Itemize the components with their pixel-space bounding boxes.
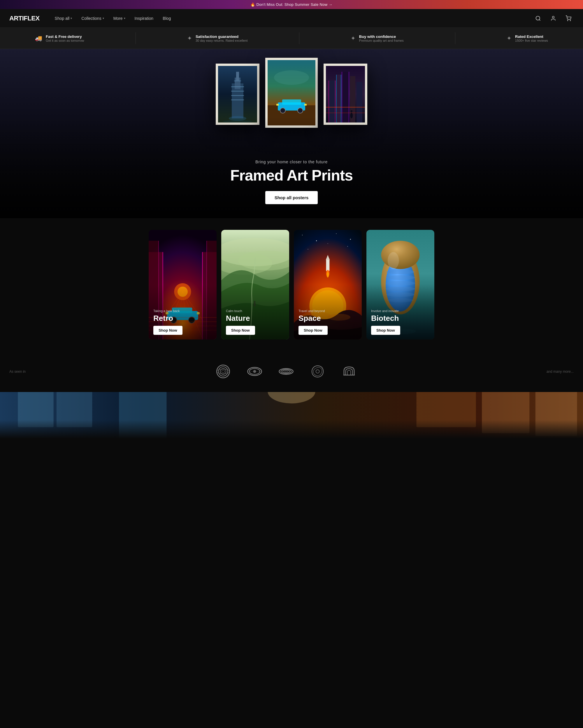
logo[interactable]: ARTIFLEX xyxy=(9,15,40,22)
nav-item-collections[interactable]: Collections ▾ xyxy=(78,14,107,23)
brand-logo-1 xyxy=(214,363,232,380)
hero-cta-button[interactable]: Shop all posters xyxy=(265,191,318,204)
benefit-divider-2 xyxy=(299,32,299,44)
nav-item-blog[interactable]: Blog xyxy=(159,14,174,23)
hero-title: Framed Art Prints xyxy=(230,166,353,184)
hero-section: Bring your home closer to the future Fra… xyxy=(0,49,583,218)
bottom-preview-overlay xyxy=(0,392,583,439)
svg-line-1 xyxy=(539,19,540,20)
benefit-confidence: ✦ Buy with confidence Premium quality ar… xyxy=(351,34,404,42)
collection-card-nature[interactable]: Calm touch Nature Shop Now xyxy=(221,230,289,339)
space-tag: Travel and beyond xyxy=(299,309,357,313)
benefit-rated-subtitle: 1500+ five star reviews xyxy=(515,39,548,42)
collections-section: Taking a look back Retro Shop Now xyxy=(0,218,583,351)
space-shop-now-button[interactable]: Shop Now xyxy=(299,326,328,335)
bottom-preview xyxy=(0,392,583,439)
svg-point-0 xyxy=(536,16,540,20)
nature-tag: Calm touch xyxy=(226,309,284,313)
benefit-delivery-subtitle: Get it as soon as tomorrow xyxy=(46,39,84,42)
retro-shop-now-button[interactable]: Shop Now xyxy=(153,326,183,335)
svg-point-105 xyxy=(222,370,224,373)
svg-point-2 xyxy=(552,16,554,18)
search-icon xyxy=(535,16,541,21)
nav-item-more[interactable]: More ▾ xyxy=(110,14,129,23)
benefit-satisfaction-subtitle: 30 day easy returns. Rated excellent xyxy=(196,39,248,42)
benefit-divider-3 xyxy=(455,32,455,44)
delivery-icon: 🚚 xyxy=(35,35,42,42)
logo-strip xyxy=(37,363,535,380)
account-button[interactable] xyxy=(548,13,558,24)
nav-links: Shop all ▾ Collections ▾ More ▾ Inspirat… xyxy=(51,14,533,23)
benefit-rated-title: Rated Excellent xyxy=(515,34,548,39)
cart-button[interactable] xyxy=(563,13,574,24)
nature-content: Calm touch Nature Shop Now xyxy=(221,305,289,339)
brand-logo-2 xyxy=(246,363,263,380)
svg-point-3 xyxy=(567,20,568,21)
retro-tag: Taking a look back xyxy=(153,309,212,313)
benefit-confidence-subtitle: Premium quality art and frames xyxy=(359,39,404,42)
hero-content: Bring your home closer to the future Fra… xyxy=(230,159,353,218)
biotech-shop-now-button[interactable]: Shop Now xyxy=(371,326,400,335)
confidence-icon: ✦ xyxy=(351,35,356,42)
nav-icons xyxy=(533,13,574,24)
chevron-down-icon: ▾ xyxy=(71,17,72,20)
space-content: Travel and beyond Space Shop Now xyxy=(294,305,362,339)
and-more-text: and many more... xyxy=(547,369,574,374)
satisfaction-icon: ✦ xyxy=(187,35,192,42)
announcement-text: 🔥 Don't Miss Out: Shop Summer Sale Now → xyxy=(250,2,332,7)
benefit-delivery: 🚚 Fast & Free delivery Get it as soon as… xyxy=(35,34,84,42)
space-title: Space xyxy=(299,314,357,323)
svg-point-115 xyxy=(316,370,319,373)
hero-subtitle: Bring your home closer to the future xyxy=(230,159,353,164)
svg-point-4 xyxy=(570,20,571,21)
biotech-tag: Involve and inovate xyxy=(371,309,430,313)
chevron-down-icon: ▾ xyxy=(103,17,104,20)
rated-icon: ✦ xyxy=(507,35,511,42)
collection-card-retro[interactable]: Taking a look back Retro Shop Now xyxy=(149,230,217,339)
benefit-satisfaction: ✦ Satisfaction guaranteed 30 day easy re… xyxy=(187,34,248,42)
nature-shop-now-button[interactable]: Shop Now xyxy=(226,326,255,335)
collections-grid: Taking a look back Retro Shop Now xyxy=(149,230,434,339)
brand-logo-3 xyxy=(277,363,295,380)
search-button[interactable] xyxy=(533,13,543,24)
collection-card-biotech[interactable]: Involve and inovate Biotech Shop Now xyxy=(366,230,434,339)
navbar: ARTIFLEX Shop all ▾ Collections ▾ More ▾… xyxy=(0,9,583,28)
announcement-bar: 🔥 Don't Miss Out: Shop Summer Sale Now → xyxy=(0,0,583,9)
benefit-confidence-title: Buy with confidence xyxy=(359,34,404,39)
nav-item-shop-all[interactable]: Shop all ▾ xyxy=(51,14,76,23)
svg-point-103 xyxy=(218,367,228,376)
benefit-rated: ✦ Rated Excellent 1500+ five star review… xyxy=(507,34,548,42)
retro-title: Retro xyxy=(153,314,212,323)
brand-logo-4 xyxy=(309,363,326,380)
nature-title: Nature xyxy=(226,314,284,323)
brand-logo-5 xyxy=(340,363,358,380)
user-icon xyxy=(550,16,556,21)
benefits-bar: 🚚 Fast & Free delivery Get it as soon as… xyxy=(0,28,583,49)
as-seen-in-label: As seen in xyxy=(9,369,26,374)
benefit-delivery-title: Fast & Free delivery xyxy=(46,34,84,39)
benefit-satisfaction-title: Satisfaction guaranteed xyxy=(196,34,248,39)
cart-icon xyxy=(565,16,571,21)
benefit-divider xyxy=(136,32,136,44)
nav-item-inspiration[interactable]: Inspiration xyxy=(131,14,157,23)
svg-point-113 xyxy=(282,370,289,373)
chevron-down-icon: ▾ xyxy=(124,17,126,20)
biotech-content: Involve and inovate Biotech Shop Now xyxy=(366,305,434,339)
retro-content: Taking a look back Retro Shop Now xyxy=(149,305,217,339)
collection-card-space[interactable]: Travel and beyond Space Shop Now xyxy=(294,230,362,339)
svg-point-114 xyxy=(284,371,288,372)
as-seen-in-section: As seen in xyxy=(0,351,583,392)
biotech-title: Biotech xyxy=(371,314,430,323)
